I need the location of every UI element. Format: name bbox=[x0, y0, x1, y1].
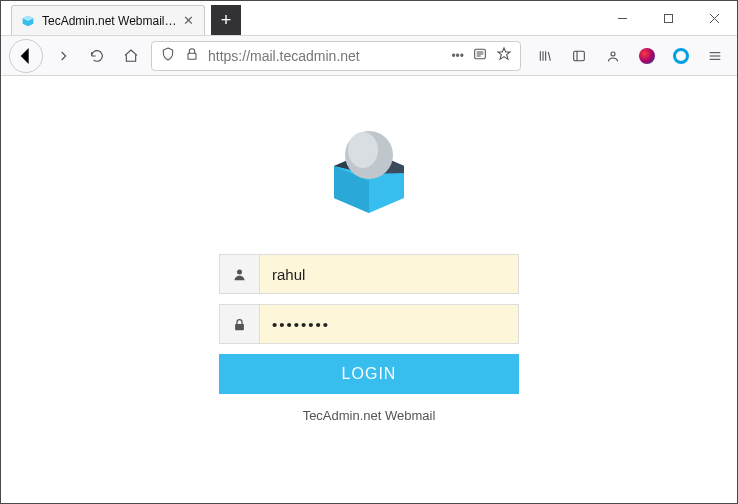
password-input[interactable] bbox=[260, 305, 518, 343]
forward-button[interactable] bbox=[49, 42, 77, 70]
svg-point-27 bbox=[237, 269, 242, 274]
login-form: LOGIN bbox=[219, 254, 519, 394]
reload-button[interactable] bbox=[83, 42, 111, 70]
url-text: https://mail.tecadmin.net bbox=[208, 48, 443, 64]
svg-rect-6 bbox=[188, 53, 196, 59]
extension-icon-2[interactable] bbox=[667, 42, 695, 70]
svg-point-17 bbox=[611, 52, 615, 56]
svg-rect-28 bbox=[235, 323, 244, 329]
home-button[interactable] bbox=[117, 42, 145, 70]
window-close-button[interactable] bbox=[691, 1, 737, 35]
page-content: LOGIN TecAdmin.net Webmail bbox=[1, 76, 737, 503]
username-field-wrapper bbox=[219, 254, 519, 294]
page-actions-dots[interactable]: ••• bbox=[451, 49, 464, 63]
browser-toolbar: https://mail.tecadmin.net ••• bbox=[1, 36, 737, 76]
svg-rect-3 bbox=[664, 14, 672, 22]
lock-icon bbox=[184, 46, 200, 66]
address-bar[interactable]: https://mail.tecadmin.net ••• bbox=[151, 41, 521, 71]
window-minimize-button[interactable] bbox=[599, 1, 645, 35]
toolbar-right-icons bbox=[527, 42, 729, 70]
window-titlebar: TecAdmin.net Webmail :: Welc ✕ + bbox=[1, 1, 737, 36]
back-button[interactable] bbox=[9, 39, 43, 73]
username-input[interactable] bbox=[260, 255, 518, 293]
browser-tab[interactable]: TecAdmin.net Webmail :: Welc ✕ bbox=[11, 5, 205, 35]
login-button[interactable]: LOGIN bbox=[219, 354, 519, 394]
footer-text: TecAdmin.net Webmail bbox=[303, 408, 436, 423]
new-tab-button[interactable]: + bbox=[211, 5, 241, 35]
user-icon bbox=[220, 255, 260, 293]
shield-icon bbox=[160, 46, 176, 66]
lock-field-icon bbox=[220, 305, 260, 343]
bookmark-star-icon[interactable] bbox=[496, 46, 512, 66]
library-icon[interactable] bbox=[531, 42, 559, 70]
sidebar-icon[interactable] bbox=[565, 42, 593, 70]
app-logo bbox=[309, 118, 429, 228]
tab-strip: TecAdmin.net Webmail :: Welc ✕ + bbox=[1, 1, 599, 35]
svg-line-14 bbox=[548, 52, 550, 61]
svg-point-26 bbox=[348, 132, 378, 168]
window-maximize-button[interactable] bbox=[645, 1, 691, 35]
tab-favicon bbox=[20, 13, 36, 29]
reader-mode-icon[interactable] bbox=[472, 46, 488, 66]
tab-close-icon[interactable]: ✕ bbox=[183, 13, 194, 28]
hamburger-menu-icon[interactable] bbox=[701, 42, 729, 70]
account-icon[interactable] bbox=[599, 42, 627, 70]
window-controls bbox=[599, 1, 737, 35]
extension-icon-1[interactable] bbox=[633, 42, 661, 70]
svg-rect-15 bbox=[574, 51, 585, 60]
password-field-wrapper bbox=[219, 304, 519, 344]
tab-title: TecAdmin.net Webmail :: Welc bbox=[42, 14, 177, 28]
